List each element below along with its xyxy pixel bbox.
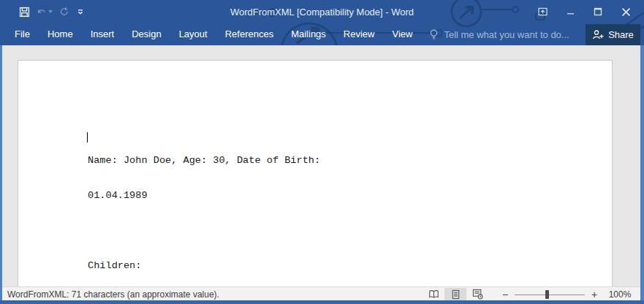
redo-button[interactable] <box>59 4 69 20</box>
status-bar-right: − + 100% <box>423 287 640 301</box>
tab-design[interactable]: Design <box>123 23 170 45</box>
maximize-icon <box>594 7 602 16</box>
zoom-out-button[interactable]: − <box>497 288 513 301</box>
close-button[interactable] <box>612 0 640 23</box>
undo-dropdown-caret[interactable] <box>48 10 53 13</box>
tab-references[interactable]: References <box>216 23 282 45</box>
document-line: Name: John Doe, Age: 30, Date of Birth: <box>88 155 320 167</box>
tab-review[interactable]: Review <box>335 23 384 45</box>
ribbon-display-options-icon <box>537 7 548 17</box>
status-message: WordFromXML: 71 characters (an approxima… <box>2 289 219 300</box>
maximize-button[interactable] <box>584 0 612 23</box>
document-line <box>88 225 320 237</box>
tab-insert[interactable]: Insert <box>82 23 124 45</box>
share-person-icon <box>592 29 604 40</box>
minimize-icon <box>567 8 575 16</box>
print-layout-button[interactable] <box>444 288 466 301</box>
zoom-slider[interactable] <box>513 288 586 301</box>
word-window: WordFromXML [Compatibility Mode] - Word <box>0 0 644 304</box>
web-layout-icon <box>472 289 483 300</box>
print-layout-icon <box>451 289 461 300</box>
undo-icon <box>37 7 47 17</box>
window-border-right <box>640 45 644 304</box>
qat-customize-icon <box>76 7 85 16</box>
tab-file[interactable]: File <box>6 23 39 45</box>
read-mode-button[interactable] <box>423 288 444 301</box>
share-label: Share <box>608 29 634 40</box>
tell-me-placeholder: Tell me what you want to do... <box>444 29 569 40</box>
status-bar: WordFromXML: 71 characters (an approxima… <box>2 286 640 301</box>
document-page[interactable]: Name: John Doe, Age: 30, Date of Birth: … <box>18 60 613 286</box>
quick-access-toolbar <box>0 4 85 20</box>
ribbon-display-options-button[interactable] <box>529 0 556 23</box>
document-line: 01.04.1989 <box>88 190 320 202</box>
zoom-in-button[interactable]: + <box>586 288 602 301</box>
ribbon-tab-row: File Home Insert Design Layout Reference… <box>0 23 644 45</box>
lightbulb-icon <box>428 28 439 41</box>
undo-button[interactable] <box>37 4 53 20</box>
tab-layout[interactable]: Layout <box>170 23 216 45</box>
zoom-level[interactable]: 100% <box>602 289 640 300</box>
tell-me-box[interactable]: Tell me what you want to do... <box>428 28 569 41</box>
save-button[interactable] <box>19 4 30 20</box>
document-text-block: Name: John Doe, Age: 30, Date of Birth: … <box>88 132 320 286</box>
document-line: Children: <box>88 260 320 272</box>
zoom-slider-track[interactable] <box>515 294 585 295</box>
tab-view[interactable]: View <box>383 23 421 45</box>
share-button[interactable]: Share <box>586 24 640 45</box>
customize-quick-access-button[interactable] <box>76 4 85 20</box>
tab-home[interactable]: Home <box>39 23 82 45</box>
save-icon <box>19 7 30 18</box>
window-border-bottom <box>0 300 644 304</box>
close-icon <box>621 7 631 17</box>
redo-icon <box>59 7 69 17</box>
document-canvas: Name: John Doe, Age: 30, Date of Birth: … <box>2 45 640 286</box>
zoom-slider-thumb[interactable] <box>545 290 549 299</box>
window-controls <box>529 0 640 23</box>
read-mode-icon <box>428 289 439 299</box>
web-layout-button[interactable] <box>466 288 488 301</box>
titlebar: WordFromXML [Compatibility Mode] - Word <box>0 0 644 23</box>
tab-mailings[interactable]: Mailings <box>282 23 335 45</box>
minimize-button[interactable] <box>556 0 584 23</box>
